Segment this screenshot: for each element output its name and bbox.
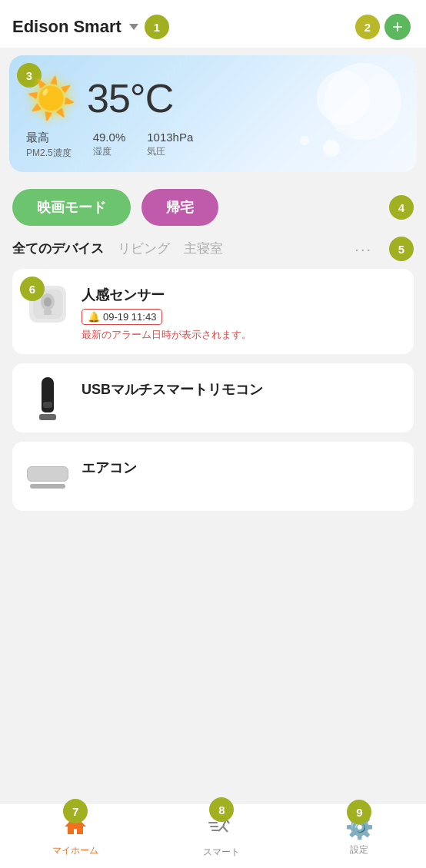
- pressure-label: 気圧: [147, 145, 165, 158]
- more-options-button[interactable]: ···: [354, 240, 372, 258]
- nav-badge-8: 8: [209, 797, 234, 822]
- alarm-tag: 🔔 09-19 11:43: [82, 309, 162, 325]
- header: Edison Smart 1 2 +: [0, 0, 426, 48]
- ac-icon-wrap: [26, 456, 69, 499]
- usb-remote-name: USBマルチスマートリモコン: [82, 380, 400, 399]
- spacer: [0, 520, 426, 803]
- bottom-nav: 7 マイホーム 8: [0, 803, 426, 868]
- pressure-value: 1013hPa: [147, 131, 193, 144]
- home-mode-button[interactable]: 帰宅: [141, 189, 218, 226]
- add-button[interactable]: +: [384, 14, 411, 40]
- nav-smart[interactable]: 8 スマート: [203, 811, 240, 859]
- temperature: 35°C: [87, 75, 173, 121]
- ac-icon: [27, 466, 68, 489]
- svg-rect-3: [44, 310, 52, 315]
- deco-circle-4: [300, 136, 309, 145]
- alarm-bell-icon: 🔔: [88, 311, 100, 323]
- ac-body: [27, 466, 68, 482]
- usb-remote-icon: [39, 377, 56, 420]
- sun-icon: ☀️: [26, 78, 76, 118]
- alarm-note: 最新のアラーム日時が表示されます。: [82, 328, 400, 342]
- deco-circle-3: [323, 140, 340, 157]
- nav-home[interactable]: 7 マイホーム: [52, 813, 98, 857]
- motion-sensor-name: 人感センサー: [82, 286, 400, 304]
- header-left: Edison Smart 1: [12, 15, 169, 39]
- tab-living[interactable]: リビング: [118, 240, 170, 259]
- tab-all-devices[interactable]: 全てのデバイス: [12, 240, 104, 259]
- tab-bedroom[interactable]: 主寝室: [184, 240, 223, 259]
- usb-detail: [43, 402, 52, 408]
- app-title: Edison Smart: [12, 17, 121, 37]
- nav-badge-7: 7: [63, 799, 88, 823]
- smart-label: スマート: [203, 846, 240, 859]
- motion-sensor-info: 人感センサー 🔔 09-19 11:43 最新のアラーム日時が表示されます。: [82, 283, 400, 342]
- usb-remote-info: USBマルチスマートリモコン: [82, 377, 400, 399]
- dropdown-arrow-icon[interactable]: [129, 24, 138, 30]
- ac-info: エアコン: [82, 456, 400, 477]
- badge-2: 2: [355, 15, 380, 39]
- humidity-value: 49.0%: [93, 131, 126, 144]
- pm25-detail: 最高 PM2.5濃度: [26, 131, 72, 160]
- usb-remote-icon-wrap: [26, 377, 69, 420]
- device-card-ac[interactable]: エアコン: [12, 442, 414, 511]
- svg-line-8: [223, 827, 228, 832]
- humidity-label: 湿度: [93, 145, 111, 158]
- pm25-label: PM2.5濃度: [26, 147, 72, 160]
- ac-vent: [30, 484, 65, 489]
- humidity-detail: 49.0% 湿度: [93, 131, 126, 160]
- home-label: マイホーム: [52, 844, 98, 857]
- device-card-motion-sensor[interactable]: 6 人感センサー 🔔 09-19 11: [12, 269, 414, 354]
- alarm-datetime: 09-19 11:43: [103, 311, 156, 323]
- modes-badge: 4: [389, 195, 414, 220]
- usb-body: [42, 377, 54, 412]
- weather-card: 3 ☀️ 35°C 最高 PM2.5濃度 49.0% 湿度 1013hPa 気圧: [9, 55, 417, 172]
- nav-badge-9: 9: [347, 800, 371, 824]
- pm25-value: 最高: [26, 131, 49, 145]
- devices-badge-5: 5: [389, 237, 414, 261]
- device-tabs: 全てのデバイス リビング 主寝室 ··· 5: [12, 237, 414, 261]
- device-card-usb-remote[interactable]: USBマルチスマートリモコン: [12, 363, 414, 432]
- device-list: 6 人感センサー 🔔 09-19 11: [12, 269, 414, 520]
- header-right: 2 +: [355, 14, 411, 40]
- mode-buttons: 映画モード 帰宅 4: [0, 180, 426, 234]
- svg-point-2: [44, 297, 52, 306]
- device-section: 全てのデバイス リビング 主寝室 ··· 5 6: [0, 234, 426, 520]
- pressure-detail: 1013hPa 気圧: [147, 131, 193, 160]
- usb-connector: [39, 414, 56, 420]
- movie-mode-button[interactable]: 映画モード: [12, 189, 131, 226]
- settings-label: 設定: [350, 843, 368, 856]
- device-section-badge: 6: [20, 277, 45, 301]
- nav-settings[interactable]: 9 ⚙️ 設定: [345, 813, 374, 856]
- deco-circle-1: [317, 71, 371, 124]
- ac-name: エアコン: [82, 459, 400, 477]
- badge-1: 1: [145, 15, 169, 39]
